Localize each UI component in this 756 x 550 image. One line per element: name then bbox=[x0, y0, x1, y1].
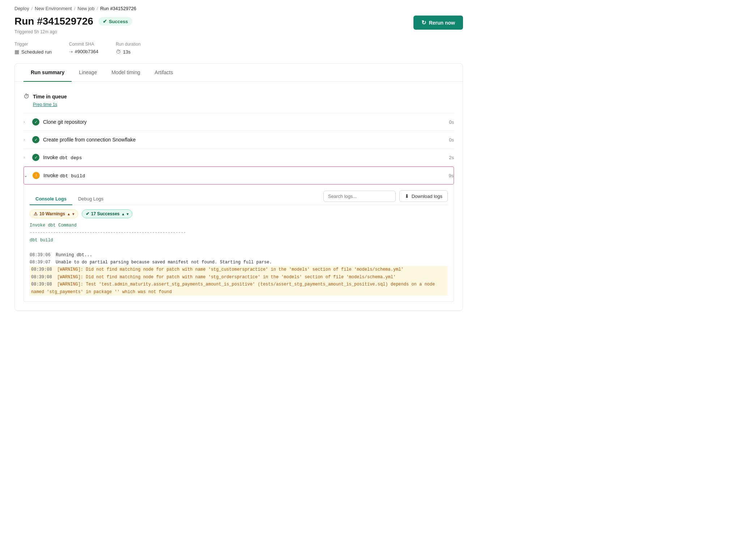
queue-step: ⏱ Time in queue Prep time 1s bbox=[24, 88, 454, 113]
success-icon-clone: ✓ bbox=[32, 118, 39, 126]
rerun-icon: ↻ bbox=[421, 19, 426, 26]
run-title-block: Run #341529726 ✔ Success Triggered 5h 12… bbox=[14, 16, 132, 34]
filter-down-arrow-2: ▾ bbox=[127, 212, 128, 216]
tab-lineage[interactable]: Lineage bbox=[72, 64, 104, 82]
download-logs-button[interactable]: ⬇ Download logs bbox=[399, 190, 448, 202]
step-row-clone[interactable]: › ✓ Clone git repository 0s bbox=[24, 113, 454, 131]
step-duration-deps: 2s bbox=[449, 155, 454, 160]
commit-icon: ⇢ bbox=[69, 49, 73, 54]
meta-row: Trigger ▦ Scheduled run Commit SHA ⇢ #90… bbox=[14, 42, 463, 55]
log-line-0: Invoke dbt Command bbox=[30, 222, 448, 229]
meta-commit: Commit SHA ⇢ #900b7364 bbox=[69, 42, 98, 55]
log-line-6: 08:39:08 [WARNING]: Did not find matchin… bbox=[30, 274, 448, 281]
check-icon: ✔ bbox=[103, 18, 107, 24]
step-name-clone: Clone git repository bbox=[43, 119, 87, 125]
log-tab-debug[interactable]: Debug Logs bbox=[72, 193, 109, 205]
log-line-3: 08:39:06 Running dbt... bbox=[30, 251, 448, 259]
log-line-4: 08:39:07 Unable to do partial parsing be… bbox=[30, 259, 448, 266]
trigger-label: Trigger bbox=[14, 42, 52, 47]
main-card: Run summary Lineage Model timing Artifac… bbox=[14, 63, 463, 311]
filter-successes[interactable]: ✔ 17 Successes ▲ ▾ bbox=[82, 210, 133, 218]
meta-duration: Run duration ⏱ 13s bbox=[116, 42, 141, 55]
chevron-down-icon: ⌄ bbox=[24, 173, 29, 178]
log-line-7: 08:39:08 [WARNING]: Test 'test.admin_mat… bbox=[30, 281, 448, 296]
rerun-button[interactable]: ↻ Rerun now bbox=[413, 16, 463, 30]
filters-row: ⚠ 10 Warnings ▲ ▾ ✔ 17 Successes ▲ ▾ bbox=[30, 210, 448, 218]
commit-value: #900b7364 bbox=[75, 49, 98, 54]
chevron-right-icon: › bbox=[24, 119, 29, 124]
log-controls: ⬇ Download logs bbox=[323, 190, 448, 202]
log-line-2: dbt build bbox=[30, 237, 448, 244]
step-duration-clone: 0s bbox=[449, 119, 454, 125]
logs-section: Console Logs Debug Logs ⬇ Download logs bbox=[24, 185, 454, 302]
filter-up-arrow-1: ▲ bbox=[67, 212, 71, 216]
step-duration-build: 9s bbox=[449, 173, 454, 178]
queue-title: Time in queue bbox=[33, 94, 67, 100]
log-tab-console[interactable]: Console Logs bbox=[30, 193, 72, 205]
calendar-icon: ▦ bbox=[14, 49, 19, 55]
breadcrumb-deploy[interactable]: Deploy bbox=[14, 6, 29, 11]
log-line-1: ----------------------------------------… bbox=[30, 229, 448, 236]
rerun-label: Rerun now bbox=[429, 20, 455, 26]
filter-warnings[interactable]: ⚠ 10 Warnings ▲ ▾ bbox=[30, 210, 78, 218]
chevron-right-icon-2: › bbox=[24, 137, 29, 142]
step-row-deps[interactable]: › ✓ Invoke dbt deps 2s bbox=[24, 149, 454, 166]
breadcrumb-environment[interactable]: New Environment bbox=[35, 6, 72, 11]
tab-artifacts[interactable]: Artifacts bbox=[148, 64, 180, 82]
step-name-build: Invoke dbt build bbox=[43, 173, 85, 179]
success-icon-deps: ✓ bbox=[32, 154, 39, 161]
log-search-input[interactable] bbox=[323, 191, 396, 202]
breadcrumb: Deploy / New Environment / New job / Run… bbox=[14, 0, 463, 16]
steps-container: ⏱ Time in queue Prep time 1s › ✓ Clone g… bbox=[15, 82, 463, 310]
log-line-5: 08:39:08 [WARNING]: Did not find matchin… bbox=[30, 266, 448, 273]
warning-dot-icon: ⚠ bbox=[34, 211, 38, 216]
step-duration-profile: 0s bbox=[449, 137, 454, 143]
warning-icon-build: ! bbox=[33, 172, 40, 179]
tab-model-timing[interactable]: Model timing bbox=[104, 64, 147, 82]
filter-up-arrow-2: ▲ bbox=[122, 212, 125, 216]
step-name-deps: Invoke dbt deps bbox=[43, 155, 82, 161]
prep-link[interactable]: Prep time 1s bbox=[33, 102, 57, 107]
log-tabs: Console Logs Debug Logs bbox=[30, 193, 109, 205]
trigger-value: Scheduled run bbox=[21, 49, 52, 55]
log-output: Invoke dbt Command ---------------------… bbox=[30, 222, 448, 296]
tab-run-summary[interactable]: Run summary bbox=[24, 64, 72, 82]
success-icon-profile: ✓ bbox=[32, 136, 39, 143]
download-icon: ⬇ bbox=[405, 193, 409, 199]
breadcrumb-current: Run #341529726 bbox=[100, 6, 136, 11]
status-label: Success bbox=[109, 19, 128, 24]
warnings-label: 10 Warnings bbox=[39, 211, 65, 216]
clock-icon: ⏱ bbox=[116, 49, 121, 55]
meta-trigger: Trigger ▦ Scheduled run bbox=[14, 42, 52, 55]
chevron-right-icon-3: › bbox=[24, 155, 29, 160]
successes-label: 17 Successes bbox=[91, 211, 120, 216]
duration-value: 13s bbox=[123, 49, 131, 55]
run-subtitle: Triggered 5h 12m ago bbox=[14, 29, 132, 34]
filter-down-arrow-1: ▾ bbox=[72, 212, 74, 216]
step-row-build[interactable]: ⌄ ! Invoke dbt build 9s bbox=[24, 166, 454, 185]
status-badge: ✔ Success bbox=[98, 17, 132, 26]
breadcrumb-newjob[interactable]: New job bbox=[77, 6, 94, 11]
tabs: Run summary Lineage Model timing Artifac… bbox=[15, 64, 463, 82]
download-label: Download logs bbox=[412, 194, 442, 199]
success-check-icon: ✔ bbox=[86, 211, 89, 216]
step-row-profile[interactable]: › ✓ Create profile from connection Snowf… bbox=[24, 131, 454, 149]
commit-label: Commit SHA bbox=[69, 42, 98, 47]
run-title: Run #341529726 bbox=[14, 16, 93, 27]
duration-label: Run duration bbox=[116, 42, 141, 47]
step-name-profile: Create profile from connection Snowflake bbox=[43, 137, 136, 143]
queue-clock-icon: ⏱ bbox=[24, 93, 29, 100]
